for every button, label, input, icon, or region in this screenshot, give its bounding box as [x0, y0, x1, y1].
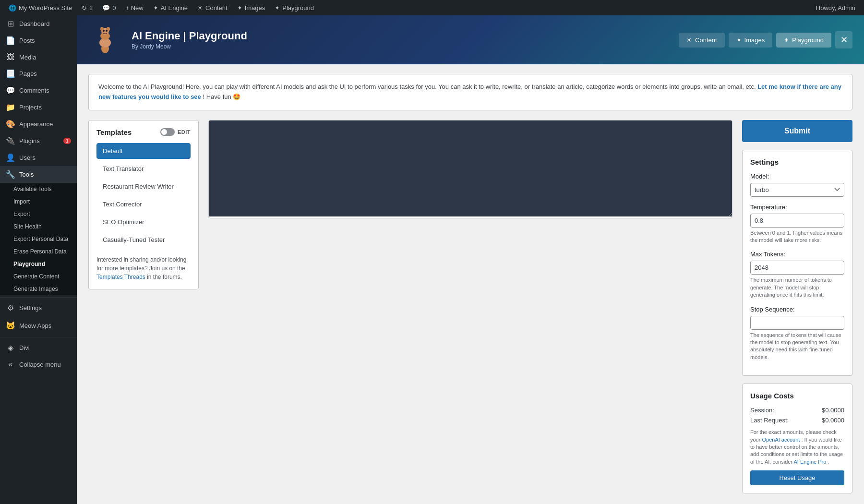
sidebar-item-label: Posts: [19, 37, 35, 44]
playground-center: [208, 120, 732, 218]
openai-account-link[interactable]: OpenAI account: [762, 437, 800, 443]
header-images-btn[interactable]: ✦ Images: [729, 33, 773, 48]
sidebar-item-media[interactable]: 🖼 Media: [0, 49, 77, 65]
collapse-icon: «: [6, 360, 15, 369]
max-tokens-label: Max Tokens:: [750, 251, 844, 258]
page-content: Welcome to the AI Playground! Here, you …: [77, 64, 864, 503]
available-tools-label: Available Tools: [13, 186, 52, 192]
templates-footer: Interested in sharing and/or looking for…: [96, 255, 191, 281]
submenu-import[interactable]: Import: [0, 195, 77, 208]
template-item-restaurant-review-writer[interactable]: Restaurant Review Writer: [96, 179, 191, 194]
tools-icon: 🔧: [6, 170, 15, 179]
sidebar-item-pages[interactable]: 📃 Pages: [0, 65, 77, 82]
sidebar-item-appearance[interactable]: 🎨 Appearance: [0, 116, 77, 132]
adminbar-images[interactable]: ✦ Images: [232, 0, 270, 15]
submit-label: Submit: [784, 127, 810, 135]
submenu-export-personal-data[interactable]: Export Personal Data: [0, 233, 77, 245]
content-label: Content: [205, 4, 228, 12]
submenu-available-tools[interactable]: Available Tools: [0, 183, 77, 195]
sidebar-item-dashboard[interactable]: ⊞ Dashboard: [0, 15, 77, 32]
template-item-text-corrector[interactable]: Text Corrector: [96, 196, 191, 212]
submenu-generate-content[interactable]: Generate Content: [0, 270, 77, 283]
sidebar-item-plugins[interactable]: 🔌 Plugins 1: [0, 132, 77, 149]
reset-usage-button[interactable]: Reset Usage: [750, 470, 844, 485]
header-playground-btn[interactable]: ✦ Playground: [776, 33, 831, 48]
header-content-btn[interactable]: ☀ Content: [679, 33, 725, 48]
sidebar-item-tools[interactable]: 🔧 Tools: [0, 166, 77, 183]
content-btn-label: Content: [695, 36, 717, 44]
usage-costs-panel: Usage Costs Session: $0.0000 Last Reques…: [742, 384, 852, 493]
images-icon: ✦: [237, 4, 242, 12]
submenu-site-health[interactable]: Site Health: [0, 220, 77, 233]
adminbar-site[interactable]: 🌐 My WordPress Site: [4, 0, 77, 15]
sidebar-item-projects[interactable]: 📁 Projects: [0, 99, 77, 116]
adminbar-comments[interactable]: 💬 0: [97, 0, 120, 15]
max-tokens-input[interactable]: [750, 261, 844, 275]
main-content: AI Engine | Playground By Jordy Meow ☀ C…: [77, 15, 864, 504]
templates-threads-link[interactable]: Templates Threads: [96, 274, 145, 280]
submenu-playground[interactable]: Playground: [0, 258, 77, 270]
export-label: Export: [13, 211, 30, 217]
updates-count: 2: [89, 4, 93, 12]
adminbar-howdy[interactable]: Howdy, Admin: [811, 4, 860, 12]
submenu-erase-personal-data[interactable]: Erase Personal Data: [0, 245, 77, 258]
submenu-export[interactable]: Export: [0, 208, 77, 220]
header-close-btn[interactable]: ✕: [835, 31, 852, 48]
sidebar-item-label: Plugins: [19, 137, 40, 144]
toggle-edit-group: EDIT: [160, 128, 191, 136]
images-btn-label: Images: [744, 36, 765, 44]
welcome-text-end: ! Have fun 🤩: [203, 93, 240, 100]
stop-sequence-input[interactable]: [750, 316, 844, 330]
plugin-title: AI Engine | Playground: [132, 30, 247, 42]
model-select[interactable]: turbo gpt-4 gpt-3.5-turbo: [750, 183, 844, 197]
template-item-seo-optimizer[interactable]: SEO Optimizer: [96, 214, 191, 230]
sidebar-item-label: Pages: [19, 70, 37, 77]
sidebar-item-comments[interactable]: 💬 Comments: [0, 82, 77, 99]
playground-textarea-wrap: [208, 120, 732, 218]
sidebar-item-users[interactable]: 👤 Users: [0, 149, 77, 166]
comments-count: 0: [112, 4, 116, 12]
admin-bar: 🌐 My WordPress Site ↻ 2 💬 0 + New ✦ AI E…: [0, 0, 864, 15]
template-item-label: SEO Optimizer: [103, 218, 144, 226]
template-item-default[interactable]: Default: [96, 143, 191, 159]
template-item-casually-tuned-tester[interactable]: Casually-Tuned Tester: [96, 232, 191, 248]
submenu-generate-images[interactable]: Generate Images: [0, 283, 77, 295]
howdy-label: Howdy, Admin: [816, 4, 855, 12]
sidebar-item-divi[interactable]: ◈ Divi: [0, 339, 77, 356]
adminbar-content[interactable]: ☀ Content: [192, 0, 232, 15]
sidebar-item-meow-apps[interactable]: 🐱 Meow Apps: [0, 316, 77, 335]
template-list: Default Text Translator Restaurant Revie…: [96, 143, 191, 248]
settings-label: Settings: [19, 304, 42, 312]
template-item-text-translator[interactable]: Text Translator: [96, 161, 191, 177]
sidebar-item-collapse[interactable]: « Collapse menu: [0, 356, 77, 372]
ai-engine-pro-link[interactable]: AI Engine Pro: [794, 459, 827, 465]
session-row: Session: $0.0000: [750, 407, 844, 414]
session-value: $0.0000: [822, 407, 844, 414]
plugin-subtitle: By Jordy Meow: [132, 43, 247, 50]
plugin-title-area: AI Engine | Playground By Jordy Meow: [132, 30, 247, 50]
plugin-header-nav: ☀ Content ✦ Images ✦ Playground ✕: [679, 31, 852, 48]
sidebar-item-settings[interactable]: ⚙ Settings: [0, 300, 77, 316]
meow-apps-label: Meow Apps: [19, 322, 51, 329]
template-item-label: Restaurant Review Writer: [103, 183, 174, 190]
playground-textarea[interactable]: [209, 120, 732, 216]
model-field: Model: turbo gpt-4 gpt-3.5-turbo: [750, 173, 844, 197]
plugins-badge: 1: [63, 138, 71, 144]
adminbar-updates[interactable]: ↻ 2: [77, 0, 97, 15]
temperature-input[interactable]: [750, 214, 844, 228]
welcome-text-start: Welcome to the AI Playground! Here, you …: [98, 83, 756, 90]
edit-toggle[interactable]: [160, 128, 175, 136]
sidebar-item-posts[interactable]: 📄 Posts: [0, 32, 77, 49]
submit-button[interactable]: Submit: [742, 120, 852, 142]
usage-hint: For the exact amounts, please check your…: [750, 429, 844, 466]
usage-hint-end: .: [828, 459, 829, 465]
adminbar-playground[interactable]: ✦ Playground: [270, 0, 319, 15]
template-item-label: Text Translator: [103, 165, 144, 172]
session-label: Session:: [750, 407, 774, 414]
tools-submenu: Available Tools Import Export Site Healt…: [0, 183, 77, 295]
ai-engine-icon: ✦: [153, 4, 158, 12]
adminbar-ai-engine[interactable]: ✦ AI Engine: [148, 0, 192, 15]
playground-btn-label: Playground: [792, 36, 824, 44]
wp-icon: 🌐: [9, 4, 16, 12]
adminbar-new[interactable]: + New: [120, 0, 148, 15]
